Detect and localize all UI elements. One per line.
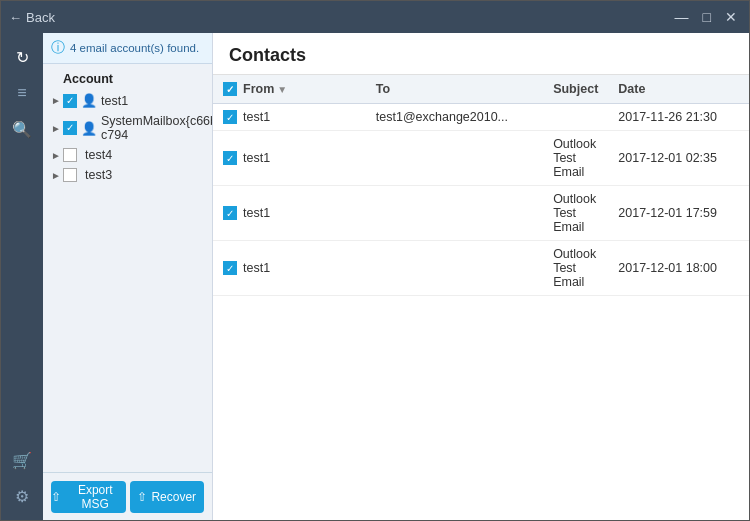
close-button[interactable]: ✕ bbox=[721, 10, 741, 24]
user-icon: 👤 bbox=[81, 121, 97, 136]
row2-checkbox[interactable]: ✓ bbox=[223, 151, 237, 165]
cell-subject-2: Outlook Test Email bbox=[543, 131, 608, 186]
settings-icon[interactable]: ⚙ bbox=[6, 480, 38, 512]
maximize-button[interactable]: □ bbox=[699, 10, 715, 24]
recover-label: Recover bbox=[151, 490, 196, 504]
from-value-3: test1 bbox=[243, 206, 270, 220]
cell-from-2: ✓ test1 bbox=[213, 131, 366, 186]
col-from-label: From bbox=[243, 82, 274, 96]
col-subject: Subject bbox=[543, 75, 608, 104]
back-label: Back bbox=[26, 10, 55, 25]
export-msg-label: Export MSG bbox=[65, 483, 126, 511]
cell-date-1: 2017-11-26 21:30 bbox=[608, 104, 749, 131]
content-title: Contacts bbox=[213, 33, 749, 75]
col-to: To bbox=[366, 75, 543, 104]
tree-header-label: Account bbox=[63, 72, 113, 86]
checkbox-test1[interactable]: ✓ bbox=[63, 94, 77, 108]
cell-to-4 bbox=[366, 241, 543, 296]
minimize-button[interactable]: — bbox=[671, 10, 693, 24]
cell-to-1: test1@exchange2010... bbox=[366, 104, 543, 131]
export-icon: ⇧ bbox=[51, 490, 61, 504]
cell-subject-1 bbox=[543, 104, 608, 131]
col-date: Date bbox=[608, 75, 749, 104]
table-row: ✓ test1 Outlook Test Email 2017-12-01 18… bbox=[213, 241, 749, 296]
check-icon: ✓ bbox=[66, 123, 74, 133]
export-msg-button[interactable]: ⇧ Export MSG bbox=[51, 481, 126, 513]
tree-label-test4: test4 bbox=[85, 148, 112, 162]
check-icon: ✓ bbox=[66, 96, 74, 106]
cart-icon[interactable]: 🛒 bbox=[6, 444, 38, 476]
back-button[interactable]: ← Back bbox=[9, 10, 55, 25]
cell-date-4: 2017-12-01 18:00 bbox=[608, 241, 749, 296]
expand-test3-icon: ► bbox=[51, 170, 63, 181]
search-icon[interactable]: 🔍 bbox=[6, 113, 38, 145]
header-row: ✓ From ▼ To Subject Date bbox=[213, 75, 749, 104]
cell-subject-3: Outlook Test Email bbox=[543, 186, 608, 241]
tree-header: Account bbox=[43, 68, 212, 90]
contacts-table: ✓ From ▼ To Subject Date bbox=[213, 75, 749, 296]
from-value-4: test1 bbox=[243, 261, 270, 275]
cell-from-1: ✓ test1 bbox=[213, 104, 366, 131]
table-row: ✓ test1 Outlook Test Email 2017-12-01 02… bbox=[213, 131, 749, 186]
tree-item-systemmailbox[interactable]: ► ✓ 👤 SystemMailbox{c66b2a35-c794 bbox=[43, 111, 212, 145]
checkbox-systemmailbox[interactable]: ✓ bbox=[63, 121, 77, 135]
expand-test4-icon: ► bbox=[51, 150, 63, 161]
tree-item-test4[interactable]: ► test4 bbox=[43, 145, 212, 165]
list-icon[interactable]: ≡ bbox=[6, 77, 38, 109]
tree-info-message: 4 email account(s) found. bbox=[70, 42, 199, 54]
row1-checkbox[interactable]: ✓ bbox=[223, 110, 237, 124]
from-value-1: test1 bbox=[243, 110, 270, 124]
cell-date-3: 2017-12-01 17:59 bbox=[608, 186, 749, 241]
table-wrapper: ✓ From ▼ To Subject Date bbox=[213, 75, 749, 520]
tree-label-systemmailbox: SystemMailbox{c66b2a35-c794 bbox=[101, 114, 212, 142]
table-header: ✓ From ▼ To Subject Date bbox=[213, 75, 749, 104]
checkbox-test3[interactable] bbox=[63, 168, 77, 182]
tree-panel: ⓘ 4 email account(s) found. Account ► ✓ … bbox=[43, 33, 213, 520]
info-icon: ⓘ bbox=[51, 39, 65, 57]
titlebar: ← Back — □ ✕ bbox=[1, 1, 749, 33]
header-checkbox[interactable]: ✓ bbox=[223, 82, 237, 96]
tree-footer: ⇧ Export MSG ⇧ Recover bbox=[43, 472, 212, 520]
cell-to-3 bbox=[366, 186, 543, 241]
cell-from-4: ✓ test1 bbox=[213, 241, 366, 296]
col-from: ✓ From ▼ bbox=[213, 75, 366, 104]
sort-arrow-icon: ▼ bbox=[277, 84, 287, 95]
cell-subject-4: Outlook Test Email bbox=[543, 241, 608, 296]
main-layout: ↻ ≡ 🔍 🛒 ⚙ ⓘ 4 email account(s) found. Ac… bbox=[1, 33, 749, 520]
content-panel: Contacts ✓ From ▼ bbox=[213, 33, 749, 520]
table-body: ✓ test1 test1@exchange2010... 2017-11-26… bbox=[213, 104, 749, 296]
expand-test1-icon: ► bbox=[51, 95, 63, 106]
main-window: ← Back — □ ✕ ↻ ≡ 🔍 🛒 ⚙ ⓘ 4 email account… bbox=[0, 0, 750, 521]
tree-info-bar: ⓘ 4 email account(s) found. bbox=[43, 33, 212, 64]
window-controls: — □ ✕ bbox=[671, 10, 741, 24]
row4-checkbox[interactable]: ✓ bbox=[223, 261, 237, 275]
recover-icon: ⇧ bbox=[137, 490, 147, 504]
row3-checkbox[interactable]: ✓ bbox=[223, 206, 237, 220]
cell-from-3: ✓ test1 bbox=[213, 186, 366, 241]
from-value-2: test1 bbox=[243, 151, 270, 165]
checkbox-test4[interactable] bbox=[63, 148, 77, 162]
tree-item-test3[interactable]: ► test3 bbox=[43, 165, 212, 185]
table-row: ✓ test1 test1@exchange2010... 2017-11-26… bbox=[213, 104, 749, 131]
cell-date-2: 2017-12-01 02:35 bbox=[608, 131, 749, 186]
undo-icon[interactable]: ↻ bbox=[6, 41, 38, 73]
tree-label-test3: test3 bbox=[85, 168, 112, 182]
user-icon: 👤 bbox=[81, 93, 97, 108]
tree-label-test1: test1 bbox=[101, 94, 128, 108]
expand-systemmailbox-icon: ► bbox=[51, 123, 63, 134]
sidebar: ↻ ≡ 🔍 🛒 ⚙ bbox=[1, 33, 43, 520]
back-arrow-icon: ← bbox=[9, 10, 22, 25]
tree-content: Account ► ✓ 👤 test1 ► ✓ � bbox=[43, 64, 212, 472]
tree-item-test1[interactable]: ► ✓ 👤 test1 bbox=[43, 90, 212, 111]
recover-button[interactable]: ⇧ Recover bbox=[130, 481, 205, 513]
cell-to-2 bbox=[366, 131, 543, 186]
table-row: ✓ test1 Outlook Test Email 2017-12-01 17… bbox=[213, 186, 749, 241]
